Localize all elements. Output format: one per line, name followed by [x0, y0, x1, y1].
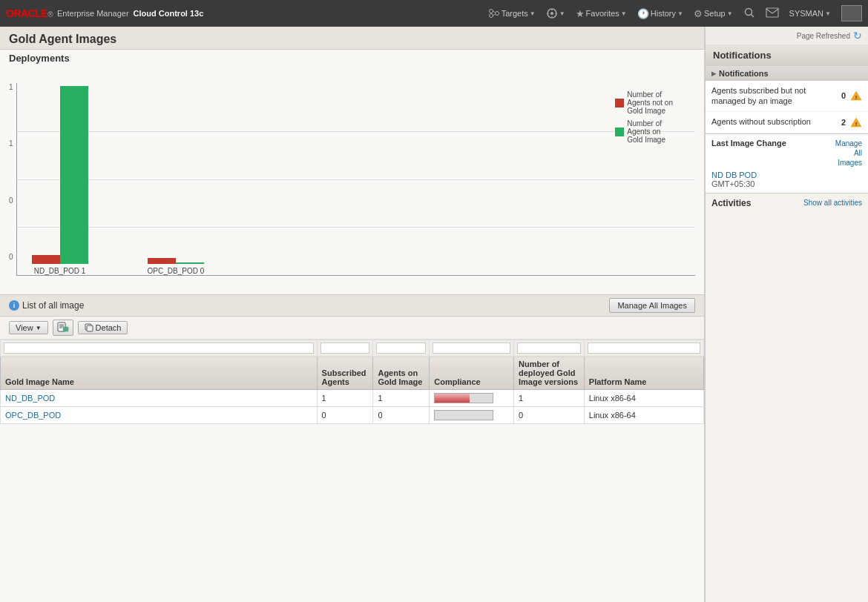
- svg-rect-18: [63, 327, 68, 331]
- user-menu[interactable]: SYSMAN ▼: [789, 9, 831, 18]
- history-label: History: [651, 9, 676, 18]
- history-menu[interactable]: 🕐 History ▼: [637, 8, 683, 19]
- svg-text:!: !: [855, 120, 858, 127]
- chart-legend: Number ofAgents not onGold Image Number …: [615, 90, 673, 145]
- favorites-menu[interactable]: ★ Favorites ▼: [576, 8, 627, 19]
- notification-item-2: Agents without subscription 2 !: [706, 112, 868, 133]
- targets-menu[interactable]: Targets ▼: [488, 8, 536, 19]
- list-info-text: List of all image: [22, 300, 84, 311]
- svg-line-4: [493, 14, 495, 16]
- view-button[interactable]: View ▼: [9, 321, 48, 334]
- product-title: Cloud Control 13c: [134, 9, 204, 18]
- svg-rect-20: [87, 325, 93, 331]
- bar-label-nd: ND_DB_POD 1: [34, 267, 85, 275]
- setup-menu[interactable]: ⚙ Setup ▼: [694, 8, 733, 19]
- oracle-logo: ORACLE®: [6, 7, 53, 19]
- filter-deployed[interactable]: [517, 343, 581, 354]
- table-container[interactable]: Gold Image Name Subscribed Agents Agents…: [0, 340, 704, 602]
- last-image-time: GMT+05:30: [711, 179, 862, 188]
- cell-compliance-1: [430, 390, 514, 407]
- chart-container: 1 1 0 0: [9, 68, 695, 276]
- grid-line-2: [17, 179, 695, 180]
- grid-line-3: [17, 227, 695, 228]
- y-axis: 1 1 0 0: [9, 83, 13, 276]
- bar-opc-green: [176, 262, 204, 264]
- cell-agents-gold-2: 0: [373, 407, 430, 424]
- cell-deployed-2: 0: [514, 407, 585, 424]
- svg-point-11: [745, 8, 752, 15]
- col-subscribed[interactable]: Subscribed Agents: [317, 357, 373, 390]
- main-layout: Gold Agent Images Deployments 1 1 0 0: [0, 27, 868, 602]
- svg-text:!: !: [855, 94, 858, 101]
- left-panel: Gold Agent Images Deployments 1 1 0 0: [0, 27, 705, 602]
- grid-line-1: [17, 131, 695, 132]
- page-refreshed-label: Page Refreshed: [797, 32, 850, 40]
- svg-point-6: [550, 12, 553, 15]
- cell-name-1[interactable]: ND_DB_POD: [1, 390, 318, 407]
- notif-badge-1: 0: [841, 91, 846, 100]
- notification-item-1: Agents subscribed but not managed by an …: [706, 81, 868, 112]
- targets-nav-icon[interactable]: ▼: [546, 7, 565, 19]
- last-image-name[interactable]: ND DB POD: [711, 171, 862, 179]
- warning-icon-2: !: [850, 116, 862, 128]
- page-refreshed-bar: Page Refreshed ↻: [706, 27, 868, 45]
- notif-badge-2: 2: [841, 118, 846, 127]
- notifications-section-header: ▶ Notifications: [706, 66, 868, 81]
- last-image-title: Last Image Change: [711, 139, 786, 148]
- compliance-fill-1: [435, 394, 470, 403]
- chart-area: 1 1 0 0: [0, 65, 704, 295]
- y-label-3: 1: [9, 139, 13, 148]
- export-button[interactable]: [53, 320, 73, 336]
- table-row: ND_DB_POD 1 1 1 Linux x86-64: [1, 390, 704, 407]
- legend-label-1: Number ofAgents not onGold Image: [627, 90, 673, 115]
- detach-button[interactable]: Detach: [78, 321, 128, 334]
- triangle-icon: ▶: [711, 70, 716, 77]
- notifications-section-label: Notifications: [719, 69, 769, 78]
- col-compliance[interactable]: Compliance: [430, 357, 514, 390]
- legend-item-1: Number ofAgents not onGold Image: [615, 90, 673, 115]
- col-agents-gold[interactable]: Agents on Gold Image: [373, 357, 430, 390]
- show-all-activities-link[interactable]: Show all activities: [803, 199, 862, 207]
- right-panel: Page Refreshed ↻ Notifications ▶ Notific…: [705, 27, 868, 602]
- legend-item-2: Number ofAgents onGold Image: [615, 119, 673, 144]
- col-name[interactable]: Gold Image Name: [1, 357, 318, 390]
- svg-line-12: [751, 14, 754, 17]
- filter-row: [1, 340, 704, 357]
- bar-opc-red: [148, 258, 176, 264]
- col-platform[interactable]: Platform Name: [584, 357, 703, 390]
- filter-name[interactable]: [4, 343, 314, 354]
- manage-all-images-button[interactable]: Manage All Images: [609, 298, 695, 313]
- filter-subscribed[interactable]: [320, 343, 370, 354]
- cell-deployed-1: 1: [514, 390, 585, 407]
- y-label-4: 1: [9, 83, 13, 91]
- y-label-1: 0: [9, 253, 13, 261]
- cell-subscribed-1: 1: [317, 390, 373, 407]
- filter-platform[interactable]: [588, 343, 700, 354]
- bar-nd-red: [32, 255, 60, 264]
- deployments-title: Deployments: [0, 50, 704, 65]
- warning-icon-1: !: [850, 90, 862, 102]
- list-info: i List of all image: [9, 300, 609, 311]
- cell-subscribed-2: 0: [317, 407, 373, 424]
- manage-all-link[interactable]: ManageAllImages: [835, 139, 862, 168]
- topbar: ORACLE® Enterprise Manager Cloud Control…: [0, 0, 868, 27]
- y-label-2: 0: [9, 196, 13, 205]
- bars-area: ND_DB_POD 1 OPC_DB_POD 0: [16, 83, 695, 276]
- svg-line-3: [493, 11, 495, 13]
- filter-compliance[interactable]: [433, 343, 510, 354]
- list-header-bar: i List of all image Manage All Images: [0, 295, 704, 317]
- activities-section: Activities Show all activities: [706, 194, 868, 602]
- col-deployed[interactable]: Number of deployed Gold Image versions: [514, 357, 585, 390]
- svg-rect-13: [766, 8, 778, 17]
- mail-button[interactable]: [766, 7, 779, 20]
- refresh-icon[interactable]: ↻: [853, 30, 862, 42]
- cell-platform-2: Linux x86-64: [584, 407, 703, 424]
- cell-name-2[interactable]: OPC_DB_POD: [1, 407, 318, 424]
- toolbar: View ▼ Detach: [0, 317, 704, 340]
- filter-agents-gold[interactable]: [376, 343, 426, 354]
- info-icon: i: [9, 300, 19, 311]
- legend-color-green: [615, 128, 624, 136]
- search-button[interactable]: [743, 7, 755, 21]
- svg-point-0: [489, 10, 493, 13]
- notifications-panel-title: Notifications: [713, 50, 772, 61]
